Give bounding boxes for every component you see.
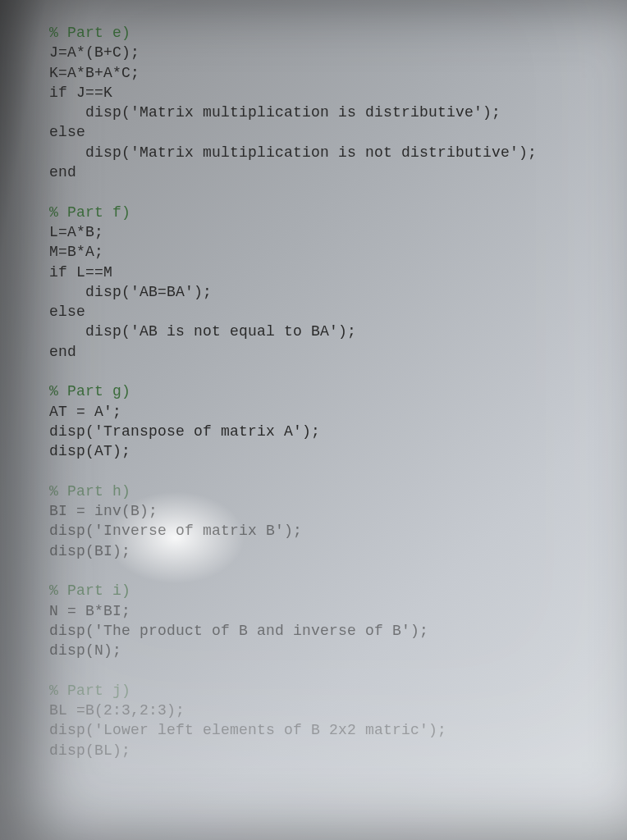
code-line: else	[49, 302, 627, 322]
code-line: disp('AB is not equal to BA');	[49, 322, 627, 341]
code-line: disp(N);	[49, 641, 627, 660]
code-line: disp('AB=BA');	[49, 282, 627, 302]
code-line: if J==K	[49, 83, 627, 103]
code-line: % Part e)	[49, 23, 627, 43]
code-line: disp(AT);	[49, 441, 627, 461]
code-line: end	[49, 162, 627, 182]
code-line: disp('Matrix multiplication is distribut…	[49, 103, 627, 122]
code-line	[49, 661, 627, 681]
code-block: % Part e)J=A*(B+C);K=A*B+A*C;if J==K dis…	[49, 23, 627, 760]
code-line: disp('Inverse of matrix B');	[49, 521, 627, 541]
code-line: % Part i)	[49, 581, 627, 600]
code-line: M=B*A;	[49, 242, 627, 262]
code-line: % Part f)	[49, 203, 627, 222]
code-line: disp('Transpose of matrix A');	[49, 422, 627, 441]
code-line: K=A*B+A*C;	[49, 63, 627, 83]
code-line: BI = inv(B);	[49, 501, 627, 521]
code-line: else	[49, 122, 627, 142]
code-line: J=A*(B+C);	[49, 43, 627, 62]
code-line: disp('Lower left elements of B 2x2 matri…	[49, 720, 627, 740]
code-line	[49, 182, 627, 202]
code-line: L=A*B;	[49, 222, 627, 242]
code-line	[49, 462, 627, 482]
code-line: disp(BL);	[49, 741, 627, 760]
code-line: end	[49, 342, 627, 362]
code-line: % Part g)	[49, 381, 627, 401]
code-line: % Part j)	[49, 681, 627, 701]
code-line	[49, 561, 627, 581]
code-line: AT = A';	[49, 402, 627, 422]
code-line: N = B*BI;	[49, 601, 627, 621]
code-line: disp(BI);	[49, 541, 627, 561]
code-line: if L==M	[49, 262, 627, 282]
code-line	[49, 362, 627, 381]
code-line: BL =B(2:3,2:3);	[49, 701, 627, 720]
code-line: disp('Matrix multiplication is not distr…	[49, 143, 627, 162]
code-line: % Part h)	[49, 482, 627, 501]
code-line: disp('The product of B and inverse of B'…	[49, 621, 627, 641]
code-screen: % Part e)J=A*(B+C);K=A*B+A*C;if J==K dis…	[0, 0, 627, 840]
